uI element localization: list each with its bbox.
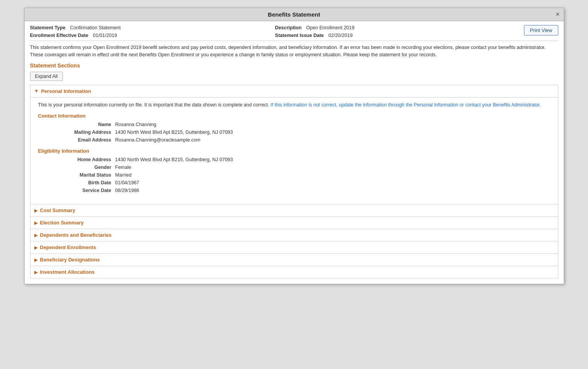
email-value: Rosanna.Channing@oraclesample.com — [115, 137, 200, 143]
email-label: Email Address — [38, 137, 115, 143]
close-button[interactable]: × — [556, 10, 560, 19]
personal-info-intro: This is your personal information curren… — [38, 101, 550, 109]
section-arrow-5: ▶ — [34, 270, 38, 275]
section-header-1[interactable]: ▶Election Summary — [30, 217, 558, 229]
mailing-label: Mailing Address — [38, 130, 115, 135]
gender-row: Gender Female — [38, 165, 550, 170]
personal-info-content: This is your personal information curren… — [30, 97, 558, 204]
section-label-2: Dependents and Beneficiaries — [40, 232, 112, 238]
print-view-button[interactable]: Print View — [524, 25, 558, 35]
personal-info-section: ▼ Personal Information This is your pers… — [30, 85, 558, 205]
section-label-1: Election Summary — [40, 220, 84, 226]
description-label: Description — [275, 25, 302, 30]
name-row: Name Rosanna Channing — [38, 122, 550, 127]
intro-text-2: If this information is not correct, upda… — [269, 102, 541, 108]
eligibility-info-table: Home Address 1430 North West Blvd Apt B2… — [38, 157, 550, 193]
section-block-0: ▶Cost Summary — [30, 204, 558, 217]
mailing-row: Mailing Address 1430 North West Blvd Apt… — [38, 130, 550, 135]
marital-label: Marital Status — [38, 172, 115, 178]
section-label-5: Investment Allocations — [40, 269, 95, 275]
gender-label: Gender — [38, 165, 115, 170]
section-arrow-0: ▶ — [34, 208, 38, 213]
enrollment-date-row: Enrollment Effective Date 01/01/2019 — [30, 33, 275, 38]
email-row: Email Address Rosanna.Channing@oraclesam… — [38, 137, 550, 143]
marital-value: Married — [115, 172, 131, 178]
modal-header: Benefits Statement × — [25, 8, 564, 21]
print-area: Print View — [524, 25, 558, 35]
mailing-value: 1430 North West Blvd Apt B215, Guttenber… — [115, 130, 233, 135]
birth-label: Birth Date — [38, 180, 115, 185]
section-header-3[interactable]: ▶Dependent Enrollments — [30, 241, 558, 253]
section-header-0[interactable]: ▶Cost Summary — [30, 204, 558, 216]
birth-row: Birth Date 01/04/1967 — [38, 180, 550, 185]
section-block-5: ▶Investment Allocations — [30, 266, 558, 278]
name-value: Rosanna Channing — [115, 122, 157, 127]
section-header-4[interactable]: ▶Beneficiary Designations — [30, 254, 558, 266]
sections-wrapper: ▼ Personal Information This is your pers… — [30, 85, 558, 279]
gender-value: Female — [115, 165, 131, 170]
issue-date-label: Statement Issue Date — [275, 33, 323, 38]
section-label-0: Cost Summary — [40, 207, 76, 213]
marital-row: Marital Status Married — [38, 172, 550, 178]
home-address-label: Home Address — [38, 157, 115, 162]
statement-type-value: Confirmation Statement — [70, 25, 121, 30]
section-header-5[interactable]: ▶Investment Allocations — [30, 266, 558, 278]
enrollment-date-value: 01/01/2019 — [93, 33, 117, 38]
expand-all-button[interactable]: Expand All — [30, 72, 63, 81]
home-address-value: 1430 North West Blvd Apt B215, Guttenber… — [115, 157, 233, 162]
eligibility-section-title: Eligibility Information — [38, 148, 550, 154]
meta-columns: Statement Type Confirmation Statement En… — [30, 25, 521, 38]
service-label: Service Date — [38, 188, 115, 193]
sections-heading: Statement Sections — [30, 62, 558, 69]
section-arrow-1: ▶ — [34, 220, 38, 226]
issue-date-value: 02/20/2019 — [329, 33, 353, 38]
meta-left-col: Statement Type Confirmation Statement En… — [30, 25, 275, 38]
modal-container: Benefits Statement × Statement Type Conf… — [24, 8, 564, 284]
statement-type-label: Statement Type — [30, 25, 66, 30]
section-arrow-4: ▶ — [34, 257, 38, 263]
description-value: Open Enrollment 2019 — [306, 25, 354, 30]
section-arrow-3: ▶ — [34, 245, 38, 250]
personal-info-header[interactable]: ▼ Personal Information — [30, 85, 558, 97]
enrollment-date-label: Enrollment Effective Date — [30, 33, 88, 38]
service-value: 08/29/1986 — [115, 188, 140, 193]
section-label-4: Beneficiary Designations — [40, 257, 100, 263]
description-row: Description Open Enrollment 2019 — [275, 25, 520, 30]
meta-right-col: Description Open Enrollment 2019 Stateme… — [275, 25, 520, 38]
intro-text-1: This is your personal information curren… — [38, 102, 270, 108]
service-row: Service Date 08/29/1986 — [38, 188, 550, 193]
contact-section-title: Contact Information — [38, 113, 550, 119]
modal-body: Statement Type Confirmation Statement En… — [25, 21, 564, 284]
section-block-3: ▶Dependent Enrollments — [30, 241, 558, 254]
collapsed-sections-container: ▶Cost Summary▶Election Summary▶Dependent… — [30, 204, 558, 278]
section-label-3: Dependent Enrollments — [40, 244, 96, 250]
description-paragraph: This statement confirms your Open Enroll… — [30, 40, 558, 59]
section-block-2: ▶Dependents and Beneficiaries — [30, 229, 558, 241]
top-meta-area: Statement Type Confirmation Statement En… — [30, 25, 558, 38]
home-address-row: Home Address 1430 North West Blvd Apt B2… — [38, 157, 550, 162]
issue-date-row: Statement Issue Date 02/20/2019 — [275, 33, 520, 38]
contact-info-table: Name Rosanna Channing Mailing Address 14… — [38, 122, 550, 143]
personal-info-arrow: ▼ — [34, 88, 39, 94]
section-arrow-2: ▶ — [34, 233, 38, 238]
modal-title: Benefits Statement — [268, 11, 320, 18]
birth-value: 01/04/1967 — [115, 180, 140, 185]
personal-info-label: Personal Information — [41, 88, 91, 94]
section-header-2[interactable]: ▶Dependents and Beneficiaries — [30, 229, 558, 241]
section-block-1: ▶Election Summary — [30, 217, 558, 229]
section-block-4: ▶Beneficiary Designations — [30, 254, 558, 266]
name-label: Name — [38, 122, 115, 127]
statement-type-row: Statement Type Confirmation Statement — [30, 25, 275, 30]
